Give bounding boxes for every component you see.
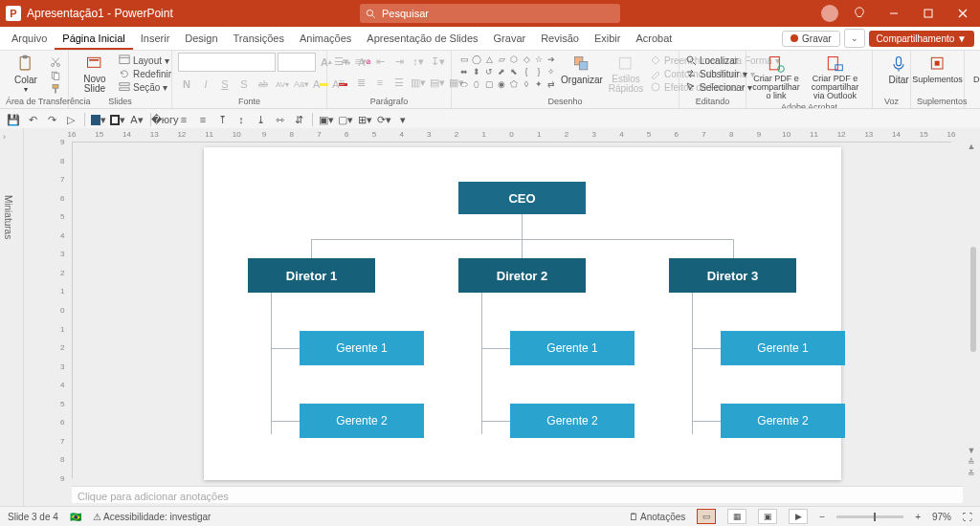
view-normal-button[interactable]: ▭ [697, 509, 716, 524]
notes-pane[interactable]: Clique para adicionar anotações [72, 486, 963, 503]
prev-slide-icon[interactable]: ≙ [967, 457, 976, 467]
align-right-button[interactable]: ≡ [371, 74, 389, 91]
align-left-button[interactable]: ≡ [333, 74, 350, 91]
new-slide-button[interactable]: Novo Slide [75, 53, 115, 96]
fit-window-button[interactable]: ⛶ [963, 512, 972, 522]
italic-button[interactable]: I [197, 76, 214, 93]
qat-save[interactable]: 💾 [6, 112, 21, 127]
zoom-slider[interactable] [836, 515, 903, 518]
tab-pagina-inicial[interactable]: Página Inicial [55, 29, 132, 50]
record-button[interactable]: Gravar [782, 31, 840, 47]
bold-button[interactable]: N [178, 76, 195, 93]
qat-bring-front[interactable]: ▣▾ [319, 112, 334, 127]
chevron-right-icon[interactable]: › [3, 132, 6, 142]
columns-button[interactable]: ▥▾ [410, 74, 427, 91]
quick-styles-button[interactable]: Estilos Rápidos [606, 53, 646, 96]
org-node-manager[interactable]: Gerente 2 [510, 404, 635, 438]
char-spacing-button[interactable]: AV▾ [274, 76, 291, 93]
qat-more[interactable]: ▾ [395, 112, 411, 127]
maximize-button[interactable] [911, 0, 946, 27]
paste-button[interactable]: Colar▼ [6, 53, 46, 95]
qat-align-bot[interactable]: ⤓ [253, 112, 268, 127]
qat-send-back[interactable]: ▢▾ [338, 112, 353, 127]
font-size-select[interactable] [278, 53, 316, 72]
qat-fill[interactable]: ▾ [91, 112, 106, 127]
slide-canvas[interactable]: CEO Diretor 1 Diretor 2 Diretor 3 Gerent… [204, 147, 841, 480]
bullets-button[interactable]: ☰▾ [333, 53, 350, 70]
tab-transicoes[interactable]: Transições [226, 29, 292, 50]
reset-button[interactable]: Redefinir [119, 68, 171, 79]
numbering-button[interactable]: ≡▾ [352, 53, 369, 70]
tab-arquivo[interactable]: Arquivo [4, 29, 55, 50]
org-node-manager[interactable]: Gerente 2 [721, 404, 845, 438]
zoom-in-button[interactable]: + [915, 512, 921, 522]
shadow-button[interactable]: S [235, 76, 253, 93]
layout-button[interactable]: Layout ▾ [119, 55, 171, 66]
qat-dist-h[interactable]: ⇿ [272, 112, 287, 127]
view-reading-button[interactable]: ▣ [758, 509, 777, 524]
shapes-gallery[interactable]: ▭◯△▱⬡◇☆➔ ⬌⬍↺⬈⬉{}✧ ⬭⬯▢◉⬠◊✦⇄ [457, 53, 558, 91]
format-painter-button[interactable] [50, 83, 61, 95]
org-node-manager[interactable]: Gerente 1 [721, 331, 845, 365]
acrobat-outlook-button[interactable]: Criar PDF e compartilhar via Outlook [804, 53, 866, 102]
addins-button[interactable]: Suplementos [917, 53, 958, 86]
org-node-manager[interactable]: Gerente 2 [300, 404, 424, 438]
underline-button[interactable]: S [216, 76, 234, 93]
copy-button[interactable] [50, 70, 61, 81]
slide-counter[interactable]: Slide 3 de 4 [8, 512, 58, 522]
lang-indicator[interactable]: 🇧🇷 [70, 512, 81, 522]
org-node-ceo[interactable]: CEO [458, 182, 586, 214]
zoom-out-button[interactable]: − [819, 512, 825, 522]
minimize-button[interactable] [877, 0, 911, 27]
qat-align-mid[interactable]: ↕ [234, 112, 249, 127]
zoom-value[interactable]: 97% [932, 512, 951, 522]
justify-button[interactable]: ☰ [390, 74, 408, 91]
font-name-select[interactable] [178, 53, 276, 72]
search-box[interactable]: Pesquisar [360, 4, 620, 23]
select-button[interactable]: Selecionar ▾ [685, 81, 752, 93]
share-button[interactable]: Compartilhamento ▼ [869, 31, 974, 47]
designer-button[interactable]: Designer [970, 53, 980, 86]
scroll-thumb[interactable] [970, 247, 976, 352]
next-slide-icon[interactable]: ≚ [967, 469, 976, 478]
view-slideshow-button[interactable]: ▶ [789, 509, 808, 524]
tab-inserir[interactable]: Inserir [133, 29, 178, 50]
qat-redo[interactable]: ↷ [44, 112, 59, 127]
scroll-up-icon[interactable]: ▲ [967, 142, 976, 151]
change-case-button[interactable]: Aa▾ [293, 76, 310, 93]
coming-soon-icon[interactable] [842, 0, 877, 27]
qat-dist-v[interactable]: ⇵ [291, 112, 306, 127]
align-text-button[interactable]: ▤▾ [429, 74, 446, 91]
arrange-button[interactable]: Organizar [562, 53, 602, 87]
qat-undo[interactable]: ↶ [25, 112, 40, 127]
close-button[interactable] [946, 0, 980, 27]
qat-align-center[interactable]: ≡ [176, 112, 191, 127]
tab-design[interactable]: Design [177, 29, 225, 50]
notes-toggle[interactable]: 🗒 Anotações [629, 512, 686, 522]
tab-acrobat[interactable]: Acrobat [628, 29, 679, 50]
org-node-manager[interactable]: Gerente 1 [300, 331, 424, 365]
cut-button[interactable] [50, 56, 61, 68]
org-node-director-1[interactable]: Diretor 1 [248, 258, 375, 293]
qat-outline[interactable]: ▾ [110, 112, 125, 127]
thumbnail-pane[interactable]: › Miniaturas [0, 128, 24, 507]
qat-rotate[interactable]: ⟳▾ [376, 112, 391, 127]
qat-align-left[interactable]: �югу [157, 112, 172, 127]
tab-gravar[interactable]: Gravar [486, 29, 534, 50]
vertical-scrollbar[interactable]: ▲ ▼ ≙ ≚ [965, 142, 978, 478]
qat-start[interactable]: ▷ [63, 112, 78, 127]
find-button[interactable]: Localizar [685, 55, 752, 66]
align-center-button[interactable]: ≣ [352, 74, 369, 91]
qat-align-right[interactable]: ≡ [195, 112, 211, 127]
qat-align-top[interactable]: ⤒ [214, 112, 230, 127]
tab-animacoes[interactable]: Animações [292, 29, 359, 50]
tab-revisao[interactable]: Revisão [533, 29, 587, 50]
section-button[interactable]: Seção ▾ [119, 81, 171, 93]
accessibility-status[interactable]: ⚠ Acessibilidade: investigar [93, 512, 212, 522]
tab-exibir[interactable]: Exibir [587, 29, 629, 50]
qat-textfill[interactable]: A▾ [129, 112, 145, 127]
org-node-director-3[interactable]: Diretor 3 [669, 258, 796, 293]
acrobat-link-button[interactable]: Criar PDF e compartilhar o link [752, 53, 800, 102]
org-node-director-2[interactable]: Diretor 2 [458, 258, 586, 293]
text-direction-button[interactable]: ↧▾ [429, 53, 446, 70]
